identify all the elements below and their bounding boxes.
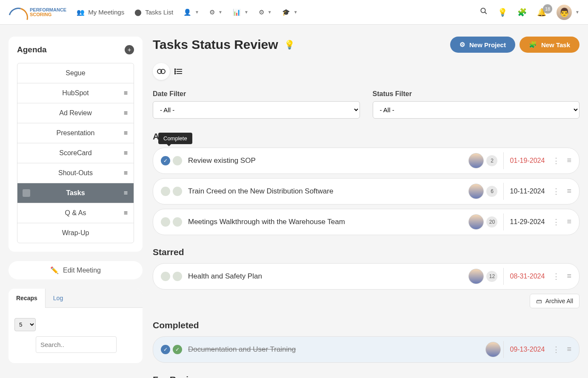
task-drag-icon[interactable]: ≡ [567, 217, 571, 227]
archive-icon: 🗃 [536, 298, 542, 304]
drag-icon[interactable]: ≡ [124, 209, 128, 217]
status-dot[interactable] [173, 217, 182, 227]
task-count: 2 [486, 155, 497, 166]
tab-recaps[interactable]: Recaps [9, 289, 45, 308]
nav-tasks-list-label: Tasks List [145, 9, 173, 16]
nav-dropdown-2[interactable]: ⚙ ▼ [209, 9, 223, 16]
chevron-down-icon: ▼ [575, 10, 579, 14]
task-menu-icon[interactable]: ⋮ [552, 187, 560, 196]
puzzle-icon[interactable]: 🧩 [517, 8, 527, 17]
complete-check-icon[interactable]: ✓ [161, 156, 170, 165]
nav-dropdown-1[interactable]: 👤 ▼ [183, 9, 199, 16]
agenda-item-shoutouts[interactable]: Shout-Outs≡ [17, 163, 134, 183]
complete-check-icon[interactable] [161, 187, 170, 196]
assignee-avatar[interactable] [468, 153, 484, 168]
task-date: 01-19-2024 [510, 157, 552, 165]
agenda-card: Agenda + Segue HubSpot≡ Ad Review≡ Prese… [9, 37, 143, 252]
edit-meeting-button[interactable]: ✏️ Edit Meeting [9, 261, 143, 279]
assignee-avatar[interactable] [485, 342, 501, 357]
task-row[interactable]: Train Creed on the New Distribution Soft… [153, 178, 579, 205]
nav-tasks-list[interactable]: ⬤ Tasks List [134, 9, 173, 16]
page-size-select[interactable]: 5 [14, 318, 36, 331]
view-list-button[interactable] [170, 63, 187, 80]
complete-check-icon[interactable] [161, 272, 170, 281]
assignee-avatar[interactable] [468, 269, 484, 284]
recaps-log-card: Recaps Log 5 [9, 289, 143, 363]
status-filter-select[interactable]: - All - [373, 101, 580, 119]
nav-dropdown-3[interactable]: 📊 ▼ [233, 9, 248, 16]
task-drag-icon[interactable]: ≡ [567, 345, 571, 354]
complete-check-icon[interactable]: ✓ [161, 345, 170, 354]
task-drag-icon[interactable]: ≡ [567, 272, 571, 281]
page-title: Tasks Status Review 💡 [153, 37, 295, 52]
task-menu-icon[interactable]: ⋮ [552, 217, 560, 227]
user-menu[interactable]: 👨 ▼ [557, 5, 579, 20]
agenda-item-adreview[interactable]: Ad Review≡ [17, 103, 134, 123]
task-drag-icon[interactable]: ≡ [567, 156, 571, 165]
agenda-item-hubspot[interactable]: HubSpot≡ [17, 83, 134, 103]
view-card-button[interactable] [153, 63, 170, 80]
agenda-item-wrapup[interactable]: Wrap-Up [17, 223, 134, 243]
graduation-icon: 🎓 [282, 9, 290, 16]
agenda-item-segue[interactable]: Segue [17, 63, 134, 83]
nav-dropdown-4[interactable]: ⚙ ▼ [259, 9, 272, 16]
agenda-title: Agenda [17, 45, 47, 54]
new-task-button[interactable]: 🧩 New Task [519, 37, 579, 53]
task-date: 10-11-2024 [510, 188, 552, 195]
task-menu-icon[interactable]: ⋮ [552, 345, 560, 354]
task-row[interactable]: ✓ ✓ Documentation and User Training 09-1… [153, 336, 579, 363]
status-dot[interactable] [173, 272, 182, 281]
toggle-icon: ⬤ [134, 9, 142, 16]
task-title: Meetings Walkthrough with the Warehouse … [188, 218, 468, 226]
status-dot[interactable]: ✓ [173, 345, 182, 354]
drag-icon[interactable]: ≡ [124, 129, 128, 137]
task-menu-icon[interactable]: ⋮ [552, 272, 560, 281]
tab-log[interactable]: Log [45, 289, 143, 308]
logo[interactable]: PERFORMANCE SCORING [9, 8, 66, 17]
agenda-item-presentation[interactable]: Presentation≡ [17, 123, 134, 143]
nav-my-meetings-label: My Meetings [88, 9, 124, 16]
search-icon[interactable] [480, 7, 488, 17]
new-project-button[interactable]: ⚙ New Project [450, 37, 515, 53]
bell-icon[interactable]: 🔔 18 [537, 8, 546, 17]
drag-icon[interactable]: ≡ [124, 149, 128, 157]
user-avatar: 👨 [557, 5, 572, 20]
agenda-item-tasks[interactable]: Tasks≡ [17, 183, 134, 203]
task-drag-icon[interactable]: ≡ [567, 187, 571, 196]
nav-dropdown-5[interactable]: 🎓 ▼ [282, 9, 298, 16]
complete-check-icon[interactable] [161, 217, 170, 227]
assignee-avatar[interactable] [468, 214, 484, 230]
archive-all-button[interactable]: 🗃 Archive All [530, 294, 579, 308]
task-count: 6 [486, 186, 497, 197]
lightbulb-icon[interactable]: 💡 [498, 8, 507, 17]
drag-icon[interactable]: ≡ [124, 169, 128, 177]
agenda-item-qas[interactable]: Q & As≡ [17, 203, 134, 223]
dashboard-icon: 📊 [233, 9, 241, 16]
date-filter-label: Date Filter [153, 90, 360, 98]
task-row[interactable]: Health and Safety Plan 12 08-31-2024 ⋮ ≡ [153, 263, 579, 290]
task-title: Documentation and User Training [188, 345, 485, 354]
status-dot[interactable] [173, 156, 182, 165]
section-title-starred: Starred [153, 247, 579, 257]
task-menu-icon[interactable]: ⋮ [552, 156, 560, 165]
agenda-item-scorecard[interactable]: ScoreCard≡ [17, 143, 134, 163]
drag-icon[interactable]: ≡ [124, 89, 128, 97]
status-dot[interactable] [173, 187, 182, 196]
nav-my-meetings[interactable]: 👥 My Meetings [77, 9, 124, 16]
drag-icon[interactable]: ≡ [124, 109, 128, 117]
assignee-avatar[interactable] [468, 184, 484, 199]
chevron-down-icon: ▼ [294, 10, 298, 14]
add-agenda-button[interactable]: + [125, 45, 134, 54]
bulb-icon[interactable]: 💡 [284, 40, 295, 50]
task-row[interactable]: Complete ✓ Review existing SOP 2 01-19-2… [153, 148, 579, 174]
task-title: Health and Safety Plan [188, 272, 468, 281]
drag-icon[interactable]: ≡ [124, 189, 128, 197]
task-title: Train Creed on the New Distribution Soft… [188, 187, 468, 196]
agenda-list: Segue HubSpot≡ Ad Review≡ Presentation≡ … [17, 63, 134, 243]
date-filter-select[interactable]: - All - [153, 101, 360, 119]
task-date: 11-29-2024 [510, 218, 552, 226]
task-date: 09-13-2024 [510, 346, 552, 353]
task-row[interactable]: Meetings Walkthrough with the Warehouse … [153, 209, 579, 235]
svg-point-8 [174, 71, 176, 72]
search-input[interactable] [36, 336, 117, 353]
